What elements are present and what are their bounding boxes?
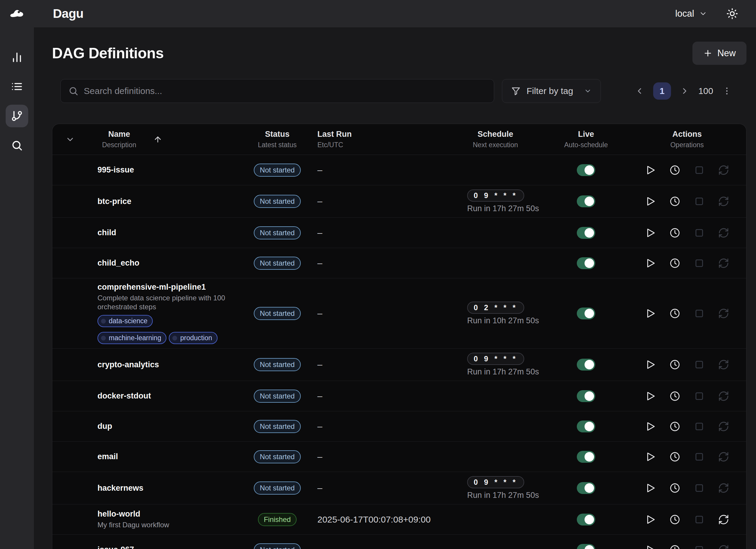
live-toggle[interactable] [577, 359, 595, 371]
new-dag-button[interactable]: New [692, 42, 746, 65]
live-toggle[interactable] [577, 195, 595, 207]
more-options-button[interactable] [722, 86, 732, 96]
live-toggle[interactable] [577, 257, 595, 269]
stop-icon [694, 482, 705, 494]
enqueue-button[interactable] [669, 164, 681, 176]
start-run-button[interactable] [645, 421, 656, 432]
start-run-button[interactable] [645, 544, 656, 549]
stop-run-button [694, 164, 705, 176]
enqueue-button[interactable] [669, 227, 681, 238]
stop-icon [694, 196, 705, 207]
live-toggle[interactable] [577, 482, 595, 494]
live-toggle[interactable] [577, 514, 595, 526]
live-toggle[interactable] [577, 164, 595, 176]
sidebar-item-dag-runs[interactable] [6, 75, 28, 98]
start-run-button[interactable] [645, 359, 656, 370]
start-run-button[interactable] [645, 514, 656, 525]
start-run-button[interactable] [645, 257, 656, 269]
enqueue-button[interactable] [669, 482, 681, 494]
dag-row[interactable]: dupNot started– [52, 411, 746, 442]
dag-row[interactable]: 995-issueNot started– [52, 155, 746, 185]
play-icon [645, 514, 656, 525]
start-run-button[interactable] [645, 451, 656, 463]
last-run-value: – [314, 228, 446, 238]
new-dag-button-label: New [717, 48, 736, 59]
retry-run-button [718, 196, 729, 207]
dag-row[interactable]: emailNot started– [52, 442, 746, 472]
dag-name-cell: crypto-analytics [88, 360, 240, 369]
live-toggle[interactable] [577, 390, 595, 402]
start-run-button[interactable] [645, 196, 656, 207]
next-page-button[interactable] [680, 86, 689, 96]
dag-row[interactable]: hello-worldMy first Dagu workflowFinishe… [52, 504, 746, 535]
live-toggle[interactable] [577, 421, 595, 432]
previous-page-button[interactable] [635, 86, 644, 96]
actions-cell [628, 196, 746, 207]
expand-all-toggle[interactable] [52, 135, 88, 144]
toggle-knob [585, 309, 594, 318]
enqueue-button[interactable] [669, 544, 681, 549]
status-badge: Not started [254, 307, 300, 320]
retry-run-button [718, 421, 729, 432]
dag-row[interactable]: issue-967Not started– [52, 535, 746, 549]
enqueue-button[interactable] [669, 359, 681, 370]
dag-row[interactable]: comprehensive-ml-pipeline1Complete data … [52, 279, 746, 349]
dag-tag[interactable]: data-science [97, 315, 153, 327]
enqueue-button[interactable] [669, 451, 681, 463]
dag-row[interactable]: docker-stdoutNot started– [52, 381, 746, 411]
sort-ascending-icon[interactable] [153, 135, 162, 144]
start-run-button[interactable] [645, 164, 656, 176]
sidebar-item-dashboard[interactable] [6, 46, 28, 68]
enqueue-button[interactable] [669, 196, 681, 207]
dag-description: Complete data science pipeline with 100 … [97, 294, 231, 312]
actions-cell [628, 359, 746, 370]
status-cell: Not started [240, 358, 314, 371]
start-run-button[interactable] [645, 227, 656, 238]
clock-icon [669, 451, 681, 463]
stop-icon [694, 359, 705, 370]
start-run-button[interactable] [645, 308, 656, 319]
environment-selector[interactable]: local [675, 8, 707, 19]
live-cell [544, 227, 628, 239]
schedule-cell: 0 9 * * *Run in 17h 27m 50s [446, 189, 544, 213]
cron-expression-badge: 0 9 * * * [467, 189, 524, 202]
retry-run-button [718, 482, 729, 494]
dag-tag[interactable]: machine-learning [97, 332, 166, 344]
retry-run-button[interactable] [718, 514, 729, 525]
enqueue-button[interactable] [669, 391, 681, 402]
sidebar-item-dag-definitions[interactable] [6, 105, 28, 127]
enqueue-button[interactable] [669, 514, 681, 525]
column-header-name[interactable]: Name Description [88, 130, 150, 149]
search-input[interactable] [84, 86, 486, 96]
theme-toggle-button[interactable] [726, 8, 738, 20]
enqueue-button[interactable] [669, 308, 681, 319]
start-run-button[interactable] [645, 391, 656, 402]
dag-tag[interactable]: production [169, 332, 217, 344]
current-page-badge[interactable]: 1 [653, 82, 671, 100]
start-run-button[interactable] [645, 482, 656, 494]
filter-by-tag-button[interactable]: Filter by tag [502, 79, 601, 103]
stop-run-button [694, 421, 705, 432]
dag-name-cell: email [88, 452, 240, 461]
sidebar-item-search[interactable] [6, 134, 28, 157]
next-run-label: Run in 17h 27m 50s [467, 204, 539, 213]
dag-row[interactable]: crypto-analyticsNot started–0 9 * * *Run… [52, 349, 746, 381]
actions-cell [628, 544, 746, 549]
last-run-value: – [314, 452, 446, 462]
enqueue-button[interactable] [669, 257, 681, 269]
enqueue-button[interactable] [669, 421, 681, 432]
list-icon [11, 81, 23, 92]
live-toggle[interactable] [577, 308, 595, 320]
live-toggle[interactable] [577, 451, 595, 463]
search-icon [68, 86, 78, 96]
live-cell [544, 544, 628, 549]
dag-row[interactable]: childNot started– [52, 218, 746, 248]
dag-row[interactable]: btc-priceNot started–0 9 * * *Run in 17h… [52, 185, 746, 218]
last-run-value: – [314, 258, 446, 268]
dagu-cloud-icon [10, 9, 24, 19]
live-toggle[interactable] [577, 227, 595, 239]
dag-row[interactable]: child_echoNot started– [52, 248, 746, 279]
live-toggle[interactable] [577, 544, 595, 549]
dag-row[interactable]: hackernewsNot started–0 9 * * *Run in 17… [52, 472, 746, 504]
status-badge: Not started [254, 543, 300, 549]
